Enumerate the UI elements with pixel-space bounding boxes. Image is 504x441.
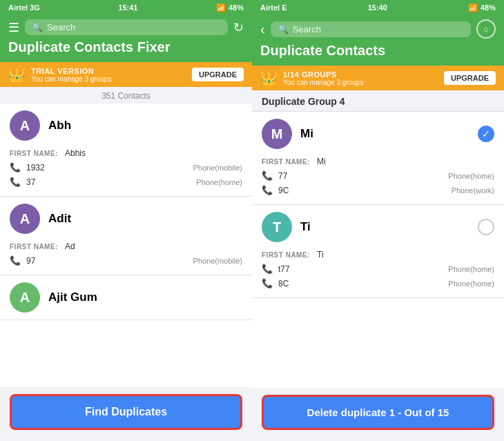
left-app-title: Duplicate Contacts Fixer <box>8 39 244 55</box>
left-contact-1-firstname-row: FIRST NAME: Abhis <box>10 146 242 160</box>
right-contact-1-phone-2: 📞 9C Phone(work) <box>262 183 494 197</box>
right-contact-2-phone-num-2: 8C <box>278 279 443 288</box>
left-contact-1[interactable]: A Abh FIRST NAME: Abhis 📞 1932 Phone(mob… <box>0 104 252 197</box>
right-search-icon: 🔍 <box>278 24 289 35</box>
right-search-placeholder: Search <box>293 24 321 35</box>
right-contact-1-details: FIRST NAME: Mi 📞 77 Phone(home) 📞 9C Pho… <box>262 155 494 197</box>
left-contact-2[interactable]: A Adit FIRST NAME: Ad 📞 97 Phone(mobile) <box>0 197 252 275</box>
right-carrier: Airtel E <box>260 3 287 12</box>
right-phone-icon-3: 📞 <box>262 264 273 274</box>
left-contact-2-phone-num-1: 97 <box>26 256 187 266</box>
right-phone-icon-4: 📞 <box>262 278 273 288</box>
right-trial-crown: 👑 <box>260 70 278 86</box>
left-contact-2-header: A Adit <box>10 204 242 234</box>
left-contact-1-avatar: A <box>10 110 40 141</box>
right-contact-1-avatar: M <box>262 119 292 149</box>
left-trial-banner: 👑 TRIAL VERSION You can manage 3 groups … <box>0 62 252 87</box>
left-battery: 48% <box>229 3 244 12</box>
left-carrier: Airtel 3G <box>8 3 40 12</box>
group-label: Duplicate Group 4 <box>252 90 504 112</box>
right-contact-1-phone-1: 📞 77 Phone(home) <box>262 168 494 183</box>
right-contact-2-avatar: T <box>262 212 292 242</box>
left-phone-icon-1: 📞 <box>10 162 21 173</box>
left-phone-icon-3: 📞 <box>10 255 21 266</box>
right-trial-text: 1/14 GROUPS You can manage 3 groups <box>283 70 438 86</box>
right-contact-1-selected[interactable]: ✓ <box>478 126 494 142</box>
right-contact-2-header: T Ti <box>262 212 494 242</box>
right-contact-1-phone-type-2: Phone(work) <box>452 186 494 195</box>
left-contact-3[interactable]: A Ajit Gum <box>0 275 252 320</box>
right-bottom-wrap: Delete duplicate 1 - Out of 15 <box>252 388 504 441</box>
left-contact-2-firstname-row: FIRST NAME: Ad <box>10 239 242 253</box>
left-contact-count: 351 Contacts <box>0 87 252 104</box>
left-contact-3-name: Ajit Gum <box>48 291 97 304</box>
left-contact-1-firstname-value: Abhis <box>65 148 86 158</box>
left-contact-1-name: Abh <box>48 119 71 133</box>
right-contact-2-phone-type-2: Phone(home) <box>448 280 494 288</box>
left-contact-1-firstname-label: FIRST NAME: <box>10 150 65 157</box>
left-contact-2-details: FIRST NAME: Ad 📞 97 Phone(mobile) <box>10 239 242 268</box>
right-status-left: Airtel E <box>260 3 287 12</box>
right-contact-2-phone-num-1: t77 <box>278 264 443 274</box>
left-contact-2-avatar: A <box>10 204 40 234</box>
right-header-nav: ‹ 🔍 Search ○ <box>260 19 496 39</box>
left-contact-2-firstname-value: Ad <box>65 242 75 251</box>
left-app-header: ☰ 🔍 Search ↻ Duplicate Contacts Fixer <box>0 15 252 62</box>
refresh-icon[interactable]: ↻ <box>233 20 244 35</box>
left-battery-icon: 📶 <box>216 3 226 12</box>
find-duplicates-button[interactable]: Find Duplicates <box>10 394 242 430</box>
back-icon[interactable]: ‹ <box>260 21 265 37</box>
right-contact-1-firstname-label: FIRST NAME: <box>262 158 317 166</box>
left-upgrade-button[interactable]: UPGRADE <box>192 68 244 81</box>
left-contact-1-header: A Abh <box>10 110 242 141</box>
right-app-header: ‹ 🔍 Search ○ Duplicate Contacts <box>252 15 504 66</box>
left-status-time: 15:41 <box>118 3 137 12</box>
right-contact-2-unselected[interactable] <box>478 219 494 235</box>
left-screen: Airtel 3G 15:41 📶 48% ☰ 🔍 Search ↻ Dupli… <box>0 0 252 441</box>
right-contact-1-phone-num-2: 9C <box>278 186 446 195</box>
right-phone-icon-2: 📞 <box>262 185 273 195</box>
left-contact-1-phone-num-2: 37 <box>26 177 191 187</box>
right-contact-1[interactable]: M Mi ✓ FIRST NAME: Mi 📞 77 Phone(home) 📞… <box>252 112 504 205</box>
right-contact-2-firstname-value: Ti <box>317 250 324 259</box>
menu-icon[interactable]: ☰ <box>8 20 19 35</box>
right-contacts-list: M Mi ✓ FIRST NAME: Mi 📞 77 Phone(home) 📞… <box>252 112 504 388</box>
left-status-bar: Airtel 3G 15:41 📶 48% <box>0 0 252 15</box>
right-contact-2-details: FIRST NAME: Ti 📞 t77 Phone(home) 📞 8C Ph… <box>262 248 494 291</box>
right-phone-icon-1: 📞 <box>262 170 273 181</box>
right-refresh-icon[interactable]: ○ <box>476 19 496 39</box>
right-trial-banner: 👑 1/14 GROUPS You can manage 3 groups UP… <box>252 66 504 90</box>
right-contact-1-phone-type-1: Phone(home) <box>448 172 494 180</box>
left-phone-icon-2: 📞 <box>10 177 21 187</box>
left-bottom-wrap: Find Duplicates <box>0 387 252 441</box>
right-contact-2[interactable]: T Ti FIRST NAME: Ti 📞 t77 Phone(home) 📞 … <box>252 205 504 298</box>
left-contact-1-phone-2: 📞 37 Phone(home) <box>10 175 242 189</box>
right-contact-1-phone-num-1: 77 <box>278 171 443 181</box>
left-trial-text: TRIAL VERSION You can manage 3 groups <box>31 67 186 83</box>
left-search-bar[interactable]: 🔍 Search <box>25 19 228 35</box>
right-contact-1-firstname-value: Mi <box>317 157 326 166</box>
left-status-right: 📶 48% <box>216 3 244 12</box>
right-contact-2-phone-1: 📞 t77 Phone(home) <box>262 262 494 276</box>
left-contact-1-phone-type-2: Phone(home) <box>196 178 242 186</box>
left-contact-2-firstname-label: FIRST NAME: <box>10 243 65 251</box>
left-search-icon: 🔍 <box>32 22 43 32</box>
left-contact-1-phone-type-1: Phone(mobile) <box>193 164 242 172</box>
left-search-placeholder: Search <box>47 22 75 32</box>
right-contact-2-phone-2: 📞 8C Phone(home) <box>262 276 494 291</box>
right-status-right: 📶 48% <box>468 3 496 12</box>
left-contact-2-phone-type-1: Phone(mobile) <box>193 257 242 265</box>
right-battery-icon: 📶 <box>468 3 478 12</box>
right-battery: 48% <box>481 3 496 12</box>
right-upgrade-button[interactable]: UPGRADE <box>444 71 496 85</box>
left-contact-1-phone-num-1: 1932 <box>26 163 187 173</box>
right-app-title: Duplicate Contacts <box>260 43 496 59</box>
delete-duplicate-button[interactable]: Delete duplicate 1 - Out of 15 <box>262 395 494 430</box>
left-contact-3-avatar: A <box>10 282 40 313</box>
right-search-bar[interactable]: 🔍 Search <box>271 21 471 37</box>
right-contact-1-firstname-row: FIRST NAME: Mi <box>262 155 494 168</box>
left-trial-title: TRIAL VERSION <box>31 67 186 75</box>
left-contacts-list: A Abh FIRST NAME: Abhis 📞 1932 Phone(mob… <box>0 104 252 387</box>
right-contact-1-name: Mi <box>300 127 313 141</box>
left-trial-subtitle: You can manage 3 groups <box>31 75 186 83</box>
